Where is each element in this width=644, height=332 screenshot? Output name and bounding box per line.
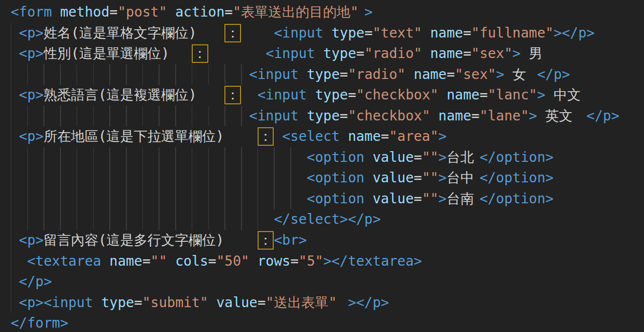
indent-guides [11, 251, 27, 272]
code-token: "sex" [471, 45, 512, 61]
indent-guides [11, 126, 19, 147]
code-token: <textarea [27, 253, 110, 269]
code-token [422, 45, 430, 61]
unicode-highlight-box: ： [224, 86, 241, 104]
code-token: <input [274, 25, 331, 41]
code-token: cols [175, 253, 208, 269]
code-token: 所在地區(這是下拉選單欄位) [43, 126, 257, 147]
code-token: > [496, 66, 504, 82]
code-token [274, 128, 282, 144]
code-token: > [529, 108, 537, 124]
code-token: = [414, 191, 422, 207]
code-token: </option> [480, 149, 554, 165]
code-line[interactable]: </p> [11, 272, 644, 293]
code-token: "sex" [455, 66, 496, 82]
code-token: = [208, 253, 217, 269]
code-token: "" [422, 191, 439, 207]
code-token: <option [307, 170, 373, 186]
code-token: name [109, 253, 142, 269]
code-line[interactable]: <form method="post" action="表單送出的目的地"> [11, 2, 644, 23]
code-line[interactable]: <option value="">台北</option> [11, 147, 644, 168]
code-token [405, 66, 414, 82]
indent-guides [11, 147, 307, 168]
code-token: "5" [299, 253, 323, 269]
code-token: = [290, 253, 299, 269]
code-token: = [463, 25, 471, 41]
code-token: "表單送出的目的地" [233, 2, 364, 23]
code-token: 台南 [446, 189, 479, 210]
code-token: <select [282, 128, 348, 144]
code-line[interactable]: </select></p> [11, 209, 644, 230]
code-token: "" [422, 170, 439, 186]
code-token: = [446, 66, 455, 82]
code-token: <input [258, 87, 315, 103]
code-token: = [224, 4, 233, 20]
code-token: name [348, 128, 381, 144]
code-line[interactable]: <p>性別(這是單選欄位)： <input type="radio" name=… [11, 43, 644, 64]
indent-guides [11, 168, 307, 189]
code-token: value [373, 149, 414, 165]
unicode-highlight-box: ： [258, 231, 274, 250]
code-token: name [430, 25, 463, 41]
code-token: <input [249, 66, 307, 82]
code-line[interactable]: <option value="">台中</option> [11, 168, 644, 189]
code-token: = [142, 253, 151, 269]
code-token: "lane" [480, 108, 529, 124]
code-line[interactable]: <p>熟悉語言(這是複選欄位)： <input type="checkbox" … [11, 85, 644, 106]
code-token: <input [249, 108, 307, 124]
code-line[interactable]: <p>姓名(這是單格文字欄位)： <input type="text" name… [11, 23, 644, 44]
code-line[interactable]: </form> [11, 313, 644, 332]
code-token: = [414, 149, 422, 165]
code-token: name [414, 66, 446, 82]
code-token [249, 253, 258, 269]
code-token: > [439, 170, 447, 186]
code-token: </p> [586, 108, 619, 124]
code-token: "area" [389, 128, 438, 144]
code-token [430, 108, 439, 124]
code-token: = [348, 87, 356, 103]
code-token: = [381, 128, 389, 144]
code-token: name [439, 108, 471, 124]
code-token [208, 45, 266, 61]
code-token: </p> [19, 273, 52, 290]
code-line[interactable]: <textarea name="" cols="50" rows="5"></t… [11, 251, 644, 272]
code-token: ></textarea> [323, 253, 422, 269]
code-line[interactable]: <input type="checkbox" name="lane"> 英文 <… [11, 106, 644, 127]
code-token: 留言內容(這是多行文字欄位) [43, 230, 257, 251]
code-token: value [373, 170, 414, 186]
code-line[interactable]: <p>所在地區(這是下拉選單欄位)： <select name="area"> [11, 126, 644, 147]
code-token: </option> [480, 170, 554, 186]
code-editor: <form method="post" action="表單送出的目的地"><p… [0, 0, 644, 332]
indent-guides [11, 230, 19, 251]
code-token: name [446, 87, 479, 103]
code-token [167, 4, 175, 20]
code-token: 英文 [537, 106, 586, 127]
code-token [439, 87, 447, 103]
code-token: = [480, 87, 488, 103]
code-token: type [307, 66, 340, 82]
code-token: 男 [521, 43, 545, 64]
code-line[interactable]: <input type="radio" name="sex"> 女 </p> [11, 64, 644, 85]
code-token: ></p> [554, 25, 595, 41]
code-token: 台北 [446, 147, 479, 168]
code-token: </select></p> [274, 211, 381, 227]
code-token: "radio" [364, 45, 422, 61]
code-token: "checkbox" [348, 108, 430, 124]
code-line[interactable]: <p><input type="submit" value="送出表單"></p… [11, 293, 644, 313]
code-token: = [134, 294, 142, 311]
code-token [241, 25, 274, 41]
code-token: type [315, 87, 348, 103]
code-line[interactable]: <p>留言內容(這是多行文字欄位)：<br> [11, 230, 644, 251]
indent-guides [11, 43, 19, 64]
code-token: = [340, 66, 348, 82]
code-token: "lanc" [488, 87, 537, 103]
code-line[interactable]: <option value="">台南</option> [11, 189, 644, 210]
code-token: > [439, 149, 447, 165]
code-token: > [512, 45, 521, 61]
code-token: <br> [274, 232, 306, 248]
code-token: <input [266, 45, 323, 61]
code-token: <p> [19, 128, 44, 144]
code-token: "fullname" [471, 25, 554, 41]
code-token: ></p> [348, 294, 389, 311]
code-token: 中文 [545, 85, 586, 106]
